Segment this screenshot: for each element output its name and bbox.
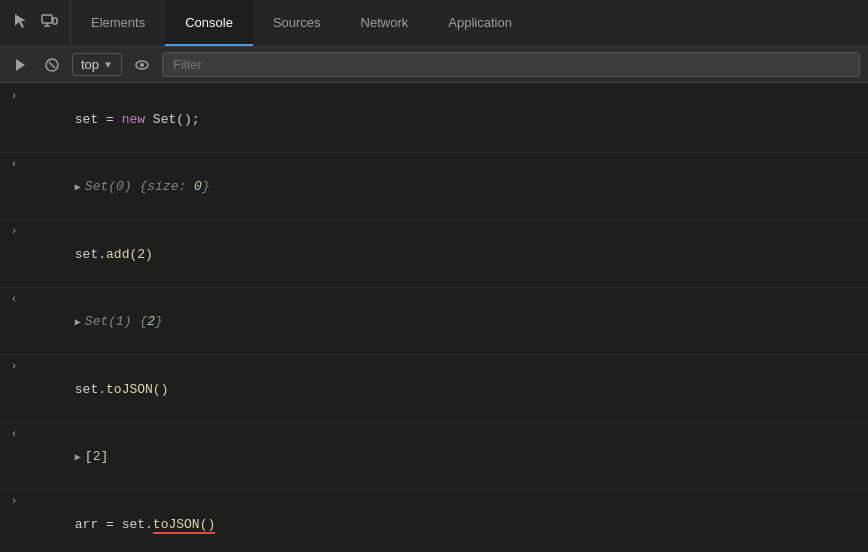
code-text: arr (75, 517, 98, 532)
code-text: toJSON() (106, 382, 168, 397)
code-text: 0 (194, 179, 202, 194)
code-text: new (122, 112, 145, 127)
tab-network[interactable]: Network (341, 0, 429, 46)
code-text: } (155, 314, 163, 329)
output-arrow: ‹ (0, 291, 28, 305)
line-content: arr = set.toJSON() (28, 493, 860, 552)
svg-rect-1 (53, 18, 57, 24)
code-text: set (75, 247, 98, 262)
svg-point-8 (140, 63, 144, 67)
console-area: › set = new Set(); ‹ ▶Set(0) {size: 0} ›… (0, 83, 868, 552)
console-line: ‹ ▶[2] (0, 423, 868, 491)
code-text: Set(0) {size: (85, 179, 194, 194)
line-content: set.add(2) (28, 223, 860, 284)
code-text: toJSON() (153, 517, 215, 534)
console-line: ‹ ▶Set(0) {size: 0} (0, 153, 868, 221)
console-line: › arr = set.toJSON() (0, 490, 868, 552)
input-arrow: › (0, 88, 28, 102)
device-icon[interactable] (40, 12, 58, 35)
tab-items: Elements Console Sources Network Applica… (71, 0, 532, 46)
console-line: › set.toJSON() (0, 355, 868, 423)
code-text: ] (100, 449, 108, 464)
code-text: = (98, 112, 121, 127)
console-line: › set.add(2) (0, 220, 868, 288)
line-content: set = new Set(); (28, 88, 860, 149)
input-arrow: › (0, 223, 28, 237)
output-arrow: ‹ (0, 156, 28, 170)
eye-icon[interactable] (130, 53, 154, 77)
svg-rect-0 (42, 15, 52, 23)
code-text: 2 (147, 314, 155, 329)
tab-elements[interactable]: Elements (71, 0, 165, 46)
clear-icon[interactable] (40, 53, 64, 77)
code-text: . (98, 247, 106, 262)
tab-console[interactable]: Console (165, 0, 253, 46)
code-text: . (98, 382, 106, 397)
line-content: ▶[2] (28, 426, 860, 487)
top-selector[interactable]: top ▼ (72, 53, 122, 76)
line-content: ▶Set(1) {2} (28, 291, 860, 352)
code-text: Set(); (145, 112, 200, 127)
tab-bar-icons (0, 0, 71, 46)
code-text: } (202, 179, 210, 194)
svg-line-6 (49, 62, 55, 68)
code-text: . (145, 517, 153, 532)
tab-application[interactable]: Application (428, 0, 532, 46)
code-text: set (75, 382, 98, 397)
code-text: set (75, 112, 98, 127)
line-content: ▶Set(0) {size: 0} (28, 156, 860, 217)
line-content: set.toJSON() (28, 358, 860, 419)
console-line: ‹ ▶Set(1) {2} (0, 288, 868, 356)
code-text: set (122, 517, 145, 532)
input-arrow: › (0, 493, 28, 507)
tab-sources[interactable]: Sources (253, 0, 341, 46)
code-text: Set(1) { (85, 314, 147, 329)
expand-icon[interactable]: ▶ (75, 315, 81, 330)
input-arrow: › (0, 358, 28, 372)
top-label: top (81, 57, 99, 72)
console-line: › set = new Set(); (0, 85, 868, 153)
toolbar: top ▼ (0, 47, 868, 83)
output-arrow: ‹ (0, 426, 28, 440)
tab-bar: Elements Console Sources Network Applica… (0, 0, 868, 47)
svg-marker-4 (16, 59, 25, 71)
cursor-icon[interactable] (12, 12, 30, 35)
filter-input[interactable] (162, 52, 860, 77)
expand-icon[interactable]: ▶ (75, 180, 81, 195)
expand-icon[interactable]: ▶ (75, 450, 81, 465)
execute-icon[interactable] (8, 53, 32, 77)
code-text: = (98, 517, 121, 532)
chevron-down-icon: ▼ (103, 59, 113, 70)
code-text: [ (85, 449, 93, 464)
code-text: add(2) (106, 247, 153, 262)
